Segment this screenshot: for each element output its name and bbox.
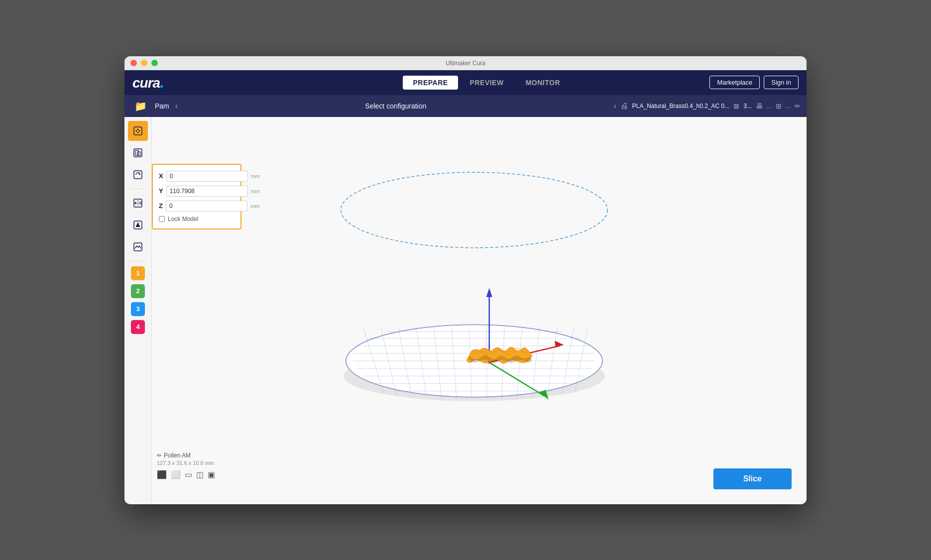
svg-marker-42 <box>486 288 492 297</box>
window-title: Ultimaker Cura <box>446 60 485 67</box>
sidebar: 1 2 3 4 <box>124 117 152 504</box>
sidebar-divider-1 <box>129 189 147 189</box>
slice-button[interactable]: Slice <box>713 468 792 489</box>
model-name-label: Pollen AM <box>164 452 191 459</box>
svg-rect-3 <box>137 152 140 155</box>
top-navigation: cura. PREPARE PREVIEW MONITOR Marketplac… <box>124 70 807 95</box>
sidebar-tool-surface[interactable] <box>128 237 148 257</box>
model-pencil-icon: ✏ <box>157 452 162 459</box>
extruder-4[interactable]: 4 <box>131 320 145 334</box>
dots1: ... <box>767 103 772 110</box>
svg-rect-0 <box>134 127 142 135</box>
z-row: Z mm <box>159 201 234 212</box>
x-label: X <box>159 172 163 180</box>
sidebar-tool-scale[interactable] <box>128 143 148 163</box>
sidebar-tool-move[interactable] <box>128 121 148 141</box>
z-input[interactable] <box>166 201 247 212</box>
config-chevron-icon[interactable]: ‹ <box>614 102 616 111</box>
tab-preview[interactable]: PREVIEW <box>460 76 514 90</box>
layer-icon: ⊠ <box>733 102 739 110</box>
svg-point-13 <box>341 172 608 248</box>
svg-marker-7 <box>135 202 137 205</box>
layer-number: 3... <box>743 103 752 110</box>
x-unit: mm <box>251 173 260 179</box>
svg-rect-4 <box>134 171 142 179</box>
folder-icon[interactable]: 📁 <box>130 98 151 114</box>
extruder-3[interactable]: 3 <box>131 302 145 316</box>
material-label: PLA_Natural_Brass0.4_h0.2_AC 0... <box>632 103 729 110</box>
lock-label: Lock Model <box>168 216 198 223</box>
printer-icon: 🖨 <box>620 102 628 111</box>
app-window: Ultimaker Cura cura. PREPARE PREVIEW MON… <box>124 56 807 504</box>
toolbar: 📁 Pam ‹ Select configuration ‹ 🖨 PLA_Nat… <box>124 95 807 117</box>
extruder-1[interactable]: 1 <box>131 266 145 280</box>
z-unit: mm <box>250 203 259 209</box>
sidebar-tool-rotate[interactable] <box>128 165 148 185</box>
svg-rect-1 <box>134 149 142 157</box>
toolbar-right: 🖨 PLA_Natural_Brass0.4_h0.2_AC 0... ⊠ 3.… <box>620 102 801 111</box>
svg-rect-10 <box>136 225 140 227</box>
view-layers-icon[interactable]: ◫ <box>196 470 204 479</box>
model-info: ✏ Pollen AM 127.3 x 31.6 x 10.0 mm ⬛ ⬜ ▭… <box>157 452 215 479</box>
sidebar-tool-support[interactable] <box>128 215 148 235</box>
dots2: ... <box>786 103 791 110</box>
model-name-row: ✏ Pollen AM <box>157 452 215 459</box>
y-input[interactable] <box>166 186 248 197</box>
view-xray-icon[interactable]: ▭ <box>185 470 192 479</box>
tool-panel: X mm Y mm Z mm Lock Model <box>152 164 241 229</box>
tab-monitor[interactable]: MONITOR <box>516 76 570 90</box>
edit-icon: ✏ <box>795 102 801 110</box>
maximize-button[interactable] <box>151 60 158 66</box>
nav-tabs: PREPARE PREVIEW MONITOR <box>403 76 570 90</box>
z-label: Z <box>159 202 163 210</box>
marketplace-button[interactable]: Marketplace <box>709 76 760 89</box>
view-solid-icon[interactable]: ⬛ <box>157 470 167 479</box>
extruder-2[interactable]: 2 <box>131 284 145 298</box>
3d-scene <box>152 117 807 504</box>
window-controls <box>130 60 158 66</box>
view-hidden-icon[interactable]: ▣ <box>208 470 215 479</box>
sidebar-tool-mirror[interactable] <box>128 193 148 213</box>
extruder-icon: 🖶 <box>756 102 763 110</box>
nav-actions: Marketplace Sign in <box>709 76 799 89</box>
view-wire-icon[interactable]: ⬜ <box>171 470 181 479</box>
minimize-button[interactable] <box>141 60 147 66</box>
config-label: Select configuration <box>182 102 609 110</box>
signin-button[interactable]: Sign in <box>764 76 799 89</box>
project-chevron-icon[interactable]: ‹ <box>175 102 178 111</box>
main-area: 1 2 3 4 X mm Y mm <box>124 117 807 504</box>
y-unit: mm <box>251 188 260 194</box>
bottom-icons: ⬛ ⬜ ▭ ◫ ▣ <box>157 470 215 479</box>
titlebar: Ultimaker Cura <box>124 56 807 70</box>
x-input[interactable] <box>166 171 248 182</box>
close-button[interactable] <box>130 60 137 66</box>
adjust-icon: ⊞ <box>776 102 782 110</box>
project-name: Pam <box>155 102 169 110</box>
x-row: X mm <box>159 171 234 182</box>
tab-prepare[interactable]: PREPARE <box>403 76 458 90</box>
svg-marker-11 <box>136 222 139 225</box>
canvas-area[interactable]: ✏ Pollen AM 127.3 x 31.6 x 10.0 mm ⬛ ⬜ ▭… <box>152 117 807 504</box>
model-dimensions: 127.3 x 31.6 x 10.0 mm <box>157 460 215 466</box>
lock-checkbox[interactable] <box>159 216 165 222</box>
app-logo: cura. <box>132 73 164 92</box>
svg-rect-2 <box>135 150 138 155</box>
y-label: Y <box>159 187 163 195</box>
y-row: Y mm <box>159 186 234 197</box>
sidebar-divider-2 <box>129 261 147 261</box>
lock-row: Lock Model <box>159 216 234 223</box>
svg-marker-8 <box>139 202 141 205</box>
